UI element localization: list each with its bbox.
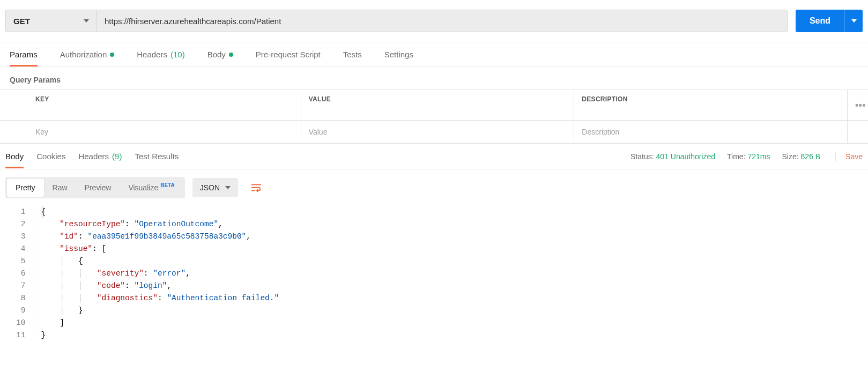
tab-params[interactable]: Params [10, 42, 38, 66]
request-tabs: Params Authorization Headers(10) Body Pr… [0, 42, 868, 67]
param-description-input[interactable] [574, 121, 847, 143]
tab-headers[interactable]: Headers(10) [137, 42, 184, 66]
tab-tests[interactable]: Tests [343, 42, 362, 66]
view-visualize[interactable]: Visualize BETA [120, 179, 183, 197]
query-params-title: Query Params [0, 67, 868, 90]
size-value: 626 B [800, 152, 820, 161]
view-mode-group: Pretty Raw Preview Visualize BETA [5, 177, 185, 198]
params-header-row: KEY VALUE DESCRIPTION ••• [0, 90, 868, 121]
col-value: VALUE [301, 90, 575, 120]
col-key: KEY [28, 90, 301, 120]
send-button-group: Send [796, 10, 863, 32]
more-options-icon[interactable]: ••• [855, 100, 866, 110]
time-label: Time: 721ms [727, 152, 770, 161]
tab-settings[interactable]: Settings [384, 42, 413, 66]
query-params-table: KEY VALUE DESCRIPTION ••• [0, 90, 868, 144]
resp-tab-body[interactable]: Body [5, 144, 24, 168]
resp-tab-cookies[interactable]: Cookies [36, 144, 65, 168]
time-value: 721ms [747, 152, 770, 161]
status-value: 401 Unauthorized [656, 152, 716, 161]
send-button[interactable]: Send [796, 10, 844, 32]
response-body-code: { "resourceType": "OperationOutcome", "i… [33, 206, 279, 342]
response-meta: Status: 401 Unauthorized Time: 721ms Siz… [630, 152, 863, 161]
view-preview[interactable]: Preview [76, 179, 120, 197]
http-method-select[interactable]: GET [6, 10, 97, 32]
http-method-label: GET [13, 17, 30, 26]
param-value-input[interactable] [301, 121, 574, 143]
view-pretty[interactable]: Pretty [7, 179, 44, 197]
status-dot-icon [110, 53, 114, 57]
tab-authorization[interactable]: Authorization [60, 42, 115, 66]
method-url-group: GET [5, 10, 788, 32]
response-body-viewer[interactable]: 1234567891011 { "resourceType": "Operati… [0, 206, 868, 352]
resp-tab-test-results[interactable]: Test Results [135, 144, 179, 168]
wrap-lines-button[interactable] [246, 177, 267, 198]
param-key-input[interactable] [28, 121, 301, 143]
request-url-input[interactable] [97, 10, 787, 32]
size-label: Size: 626 B [782, 152, 820, 161]
line-number-gutter: 1234567891011 [0, 206, 33, 342]
chevron-down-icon [84, 19, 89, 23]
status-dot-icon [229, 53, 233, 57]
response-view-controls: Pretty Raw Preview Visualize BETA JSON [0, 169, 868, 206]
status-label: Status: 401 Unauthorized [630, 152, 715, 161]
view-raw[interactable]: Raw [44, 179, 76, 197]
chevron-down-icon [851, 19, 857, 23]
tab-body[interactable]: Body [207, 42, 233, 66]
request-bar: GET Send [0, 0, 868, 42]
wrap-icon [250, 182, 262, 194]
response-format-select[interactable]: JSON [192, 178, 238, 197]
chevron-down-icon [225, 186, 231, 189]
response-tabs: Body Cookies Headers(9) Test Results [5, 144, 179, 168]
resp-tab-headers[interactable]: Headers(9) [78, 144, 122, 168]
params-row [0, 121, 868, 144]
response-bar: Body Cookies Headers(9) Test Results Sta… [0, 144, 868, 169]
beta-badge: BETA [160, 182, 174, 188]
save-response-button[interactable]: Save [835, 152, 863, 161]
tab-pre-request-script[interactable]: Pre-request Script [256, 42, 321, 66]
col-description: DESCRIPTION [574, 90, 848, 120]
send-dropdown-button[interactable] [844, 10, 863, 32]
